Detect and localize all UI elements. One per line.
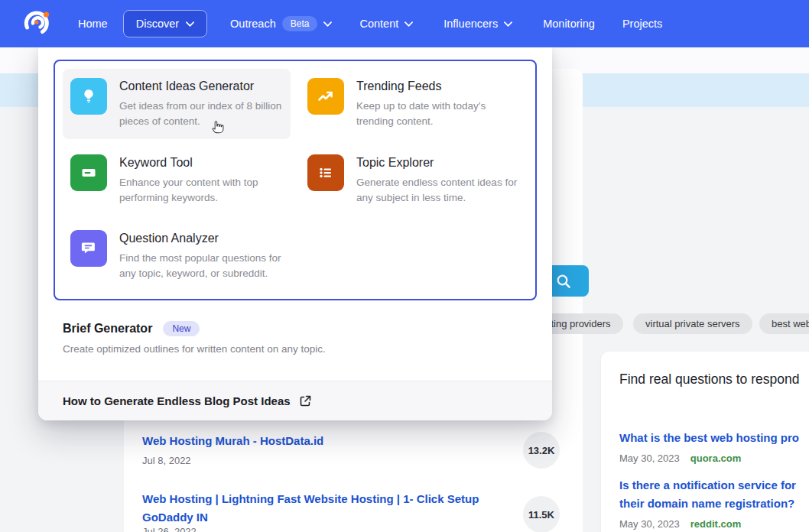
nav-influencers-label: Influencers (443, 18, 498, 30)
tool-description: Enhance your content with top performing… (119, 175, 283, 206)
chevron-down-icon (186, 21, 194, 27)
nav-item-content[interactable]: Content (359, 18, 413, 30)
filter-pill[interactable]: virtual private servers (633, 313, 752, 334)
new-badge: New (163, 321, 200, 336)
menu-item-keyword-tool[interactable]: Keyword Tool Enhance your content with t… (63, 145, 291, 216)
discover-tools-group: Content Ideas Generator Get ideas from o… (54, 60, 537, 300)
nav-item-outreach[interactable]: Outreach Beta (230, 16, 332, 31)
nav-item-home[interactable]: Home (78, 18, 108, 30)
nav-item-monitoring[interactable]: Monitoring (543, 18, 595, 30)
tool-description: Keep up to date with today's trending co… (356, 99, 520, 130)
tool-title: Trending Feeds (356, 79, 520, 93)
beta-badge: Beta (282, 16, 318, 31)
question-link[interactable]: What is the best web hosting pro (619, 431, 799, 444)
search-icon (555, 273, 572, 290)
question-date: May 30, 2023 (619, 518, 680, 530)
lightbulb-icon (70, 78, 107, 115)
top-nav: Home Discover Outreach Beta Content Infl… (0, 0, 809, 47)
question-text-line: Is there a notification service for (619, 476, 809, 495)
tool-title: Keyword Tool (119, 156, 283, 170)
discover-dropdown-menu: Content Ideas Generator Get ideas from o… (38, 47, 552, 420)
question-item: What is the best web hosting pro May 30,… (619, 429, 809, 464)
result-title-line: GoDaddy IN (142, 508, 502, 527)
nav-item-discover[interactable]: Discover (123, 10, 207, 37)
questions-card-title: Find real questions to respond (619, 371, 809, 388)
external-link-icon (299, 394, 312, 407)
chevron-down-icon (323, 21, 332, 27)
menu-item-question-analyzer[interactable]: Question Analyzer Find the most popular … (63, 221, 291, 291)
buzzsumo-logo[interactable] (21, 7, 52, 41)
nav-discover-label: Discover (136, 18, 179, 30)
result-date: Jul 8, 2022 (142, 455, 191, 466)
tool-description: Generate endless content ideas for any s… (356, 175, 520, 206)
brief-generator-description: Create optimized outlines for written co… (63, 343, 528, 355)
brief-generator-title: Brief Generator (63, 322, 152, 336)
question-link[interactable]: Is there a notification service for thei… (619, 476, 809, 513)
trending-up-icon (307, 78, 344, 115)
tool-description: Find the most popular questions for any … (119, 251, 283, 282)
result-date: Jul 26, 2022 (142, 526, 197, 532)
dropdown-footer-link[interactable]: How to Generate Endless Blog Post Ideas (38, 381, 552, 420)
menu-item-trending-feeds[interactable]: Trending Feeds Keep up to date with toda… (300, 69, 528, 139)
question-source-link[interactable]: quora.com (690, 453, 741, 464)
tool-title: Question Analyzer (119, 232, 283, 245)
logo-swirl-icon (21, 7, 52, 37)
menu-item-topic-explorer[interactable]: Topic Explorer Generate endless content … (300, 145, 528, 216)
tool-title: Topic Explorer (356, 156, 520, 170)
bulleted-list-icon (307, 154, 344, 191)
chevron-down-icon (504, 21, 512, 27)
nav-item-projects[interactable]: Projects (622, 18, 662, 30)
result-link[interactable]: Web Hosting | Lightning Fast Website Hos… (142, 490, 502, 527)
nav-content-label: Content (359, 18, 398, 30)
questions-card: Find real questions to respond What is t… (601, 352, 809, 532)
tool-description: Get ideas from our index of 8 billion pi… (119, 99, 283, 130)
footer-link-label: How to Generate Endless Blog Post Ideas (63, 394, 291, 407)
tool-title: Content Ideas Generator (119, 79, 283, 93)
question-date: May 30, 2023 (619, 453, 680, 464)
chevron-down-icon (404, 21, 413, 27)
question-item: Is there a notification service for thei… (619, 476, 809, 530)
menu-item-brief-generator[interactable]: Brief Generator New Create optimized out… (38, 300, 552, 370)
nav-item-influencers[interactable]: Influencers (443, 18, 512, 30)
chat-bubble-icon (70, 230, 107, 267)
engagement-count-badge: 13.2K (523, 432, 560, 469)
filter-pill[interactable]: best web (759, 313, 809, 334)
keyword-field-icon (70, 154, 107, 191)
result-link[interactable]: Web Hosting Murah - HostData.id (142, 434, 323, 447)
menu-item-content-ideas-generator[interactable]: Content Ideas Generator Get ideas from o… (63, 69, 291, 139)
question-text-line: their domain name registration? (619, 495, 809, 513)
engagement-count-badge: 11.5K (523, 496, 560, 532)
nav-outreach-label: Outreach (230, 18, 276, 30)
result-title-line: Web Hosting | Lightning Fast Website Hos… (142, 490, 502, 508)
question-source-link[interactable]: reddit.com (690, 518, 741, 530)
